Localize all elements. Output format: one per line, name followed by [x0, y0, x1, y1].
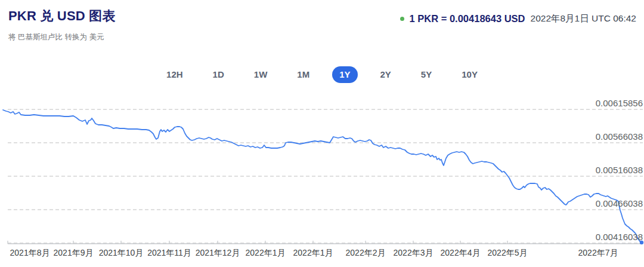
- range-button-12h[interactable]: 12H: [159, 66, 190, 83]
- x-axis-label: 2022年2月: [346, 248, 386, 257]
- page-root: 0.006158560.005660380.005160380.00466038…: [0, 0, 644, 267]
- x-axis-label: 2022年7月: [578, 248, 618, 257]
- current-rate-status: 1 PKR = 0.00418643 USD 2022年8月1日 UTC 06:…: [400, 13, 636, 25]
- x-axis-label: 2021年8月: [10, 248, 50, 257]
- range-button-10y[interactable]: 10Y: [454, 66, 485, 83]
- header: PKR 兑 USD 图表 将 巴基斯坦卢比 转换为 美元: [8, 7, 116, 42]
- range-toolbar: 12H1D1W1M1Y2Y5Y10Y: [0, 66, 644, 83]
- x-axis-label: 2021年12月: [196, 248, 240, 257]
- y-axis-label: 0.00615856: [596, 98, 643, 108]
- live-status-dot-icon: [400, 17, 404, 21]
- range-button-1m[interactable]: 1M: [290, 66, 317, 83]
- x-axis-label: 2022年5月: [488, 248, 528, 257]
- x-axis-label: 2022年3月: [394, 248, 434, 257]
- page-subtitle: 将 巴基斯坦卢比 转换为 美元: [8, 32, 116, 42]
- y-axis-label: 0.00516038: [596, 165, 643, 175]
- range-button-1y[interactable]: 1Y: [332, 66, 357, 83]
- range-button-5y[interactable]: 5Y: [414, 66, 439, 83]
- x-axis-label: 2022年1月: [293, 248, 333, 257]
- rate-timestamp: 2022年8月1日 UTC 06:42: [531, 13, 636, 25]
- range-button-2y[interactable]: 2Y: [373, 66, 398, 83]
- page-title: PKR 兑 USD 图表: [8, 7, 116, 25]
- y-axis-label: 0.00466038: [596, 198, 643, 208]
- x-axis-label: 2021年11月: [147, 248, 191, 257]
- x-axis-label: 2021年10月: [99, 248, 144, 257]
- x-axis-label: 2022年4月: [441, 248, 481, 257]
- y-axis-label: 0.00566038: [596, 131, 643, 142]
- y-axis-label: 0.00416038: [596, 232, 643, 242]
- range-button-1d[interactable]: 1D: [206, 66, 231, 83]
- x-axis-label: 2021年9月: [54, 248, 94, 257]
- current-rate-value: 1 PKR = 0.00418643 USD: [410, 13, 525, 24]
- range-button-1w[interactable]: 1W: [247, 66, 275, 83]
- x-axis-label: 2022年1月: [246, 248, 286, 257]
